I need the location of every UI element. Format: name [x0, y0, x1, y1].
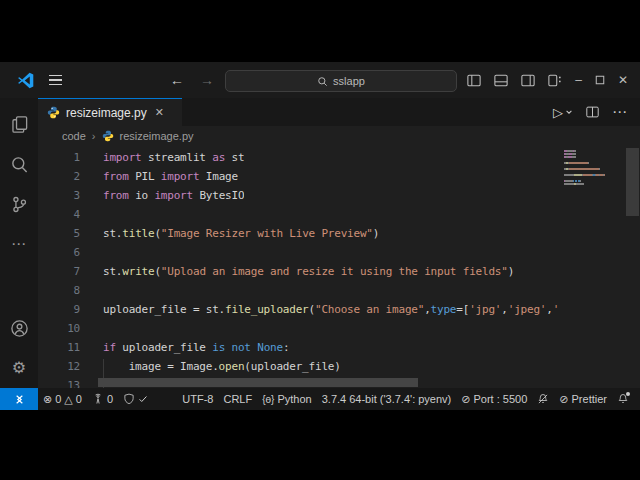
line-number: 12 [38, 357, 80, 376]
breadcrumb-file[interactable]: resizeimage.py [120, 130, 194, 142]
back-arrow-icon[interactable]: ← [170, 72, 184, 88]
status-bar-right: UTF-8 CRLF {ө} Python 3.7.4 64-bit ('3.7… [177, 388, 640, 410]
eol-label: CRLF [223, 393, 252, 405]
bell-slash-icon [537, 393, 549, 405]
notifications-status[interactable] [612, 388, 634, 410]
code-text: image = Image.open(uploader_file) [80, 357, 341, 376]
code-editor[interactable]: 1import streamlit as st2from PIL import … [38, 146, 640, 388]
warning-icon: △ [64, 393, 72, 406]
toggle-sidebar-icon[interactable] [467, 74, 481, 87]
shield-icon [123, 393, 135, 405]
remote-icon [13, 393, 26, 406]
code-line[interactable]: 4 [38, 205, 562, 224]
history-nav: ← → [170, 62, 214, 98]
code-line[interactable]: 10 [38, 319, 562, 338]
code-text: from io import BytesIO [80, 186, 244, 205]
chevron-right-icon: › [92, 130, 96, 142]
code-line[interactable]: 5st.title("Image Resizer with Live Previ… [38, 224, 562, 243]
error-icon: ⊗ [43, 393, 52, 406]
ports-status[interactable]: 0 [87, 388, 118, 410]
code-line[interactable]: 9uploader_file = st.file_uploader("Choos… [38, 300, 562, 319]
code-text: st.title("Image Resizer with Live Previe… [80, 224, 379, 243]
problems-status[interactable]: ⊗ 0 △ 0 [38, 388, 87, 410]
sidebar-item-search[interactable] [0, 144, 38, 184]
breadcrumb: code › resizeimage.py [38, 126, 640, 146]
encoding-status[interactable]: UTF-8 [177, 388, 218, 410]
notification-dot [626, 392, 630, 396]
minimize-icon[interactable]: – [575, 73, 582, 87]
tab-bar: resizeimage.py ✕ ▷ ⋯ [38, 98, 640, 126]
toggle-secondary-sidebar-icon[interactable] [521, 74, 535, 87]
editor-column: resizeimage.py ✕ ▷ ⋯ [38, 98, 640, 388]
workspace-trust-status[interactable] [118, 388, 153, 410]
interpreter-status[interactable]: 3.7.4 64-bit ('3.7.4': pyenv) [317, 388, 457, 410]
breadcrumb-folder[interactable]: code [62, 130, 86, 142]
sidebar-item-explorer[interactable] [0, 104, 38, 144]
line-number: 9 [38, 300, 80, 319]
menu-icon[interactable] [49, 75, 62, 86]
code-line[interactable]: 11if uploader_file is not None: [38, 338, 562, 357]
code-text [80, 243, 103, 262]
sidebar-item-source-control[interactable] [0, 184, 38, 224]
formatter-status[interactable]: ⊘ Prettier [554, 388, 612, 410]
code-line[interactable]: 6 [38, 243, 562, 262]
sidebar-item-more[interactable]: ⋯ [0, 224, 38, 264]
explorer-icon [10, 115, 29, 134]
more-icon: ⋯ [11, 235, 27, 253]
horizontal-scrollbar[interactable] [98, 378, 418, 387]
command-center-search[interactable]: sslapp [225, 70, 457, 92]
toggle-panel-icon[interactable] [494, 74, 508, 87]
code-line[interactable]: 2from PIL import Image [38, 167, 562, 186]
code-lines: 1import streamlit as st2from PIL import … [38, 148, 562, 388]
run-icon: ▷ [553, 105, 563, 120]
settings-button[interactable]: ⚙ [0, 348, 38, 388]
line-number: 8 [38, 281, 80, 300]
split-editor-icon[interactable] [586, 106, 599, 118]
run-button[interactable]: ▷ [553, 105, 573, 120]
python-icon [102, 130, 114, 142]
code-line[interactable]: 12 image = Image.open(uploader_file) [38, 357, 562, 376]
customize-layout-icon[interactable] [548, 74, 562, 87]
close-icon[interactable]: ✕ [618, 73, 628, 87]
tab-resizeimage[interactable]: resizeimage.py ✕ [38, 98, 182, 126]
line-number: 6 [38, 243, 80, 262]
radio-tower-icon [92, 393, 104, 405]
minimap-content[interactable] [564, 149, 620, 188]
encoding-label: UTF-8 [182, 393, 213, 405]
tab-close-icon[interactable]: ✕ [155, 106, 164, 119]
code-line[interactable]: 7st.write("Upload an image and resize it… [38, 262, 562, 281]
code-line[interactable]: 1import streamlit as st [38, 148, 562, 167]
vertical-scrollbar[interactable] [626, 148, 639, 216]
account-button[interactable] [0, 308, 38, 348]
forward-arrow-icon[interactable]: → [200, 72, 214, 88]
remote-indicator[interactable] [0, 388, 38, 410]
search-value: sslapp [333, 75, 365, 87]
run-dropdown-icon[interactable] [565, 108, 573, 116]
port-label: Port : 5500 [473, 393, 527, 405]
title-bar-left [0, 72, 62, 89]
activity-bar: ⋯ ⚙ [0, 98, 38, 388]
line-number: 4 [38, 205, 80, 224]
port-status[interactable]: ⊘ Port : 5500 [456, 388, 532, 410]
code-line[interactable]: 3from io import BytesIO [38, 186, 562, 205]
vscode-window: ← → sslapp – ✕ [0, 62, 640, 410]
language-status[interactable]: {ө} Python [257, 388, 317, 410]
editor-more-icon[interactable]: ⋯ [612, 103, 628, 121]
line-number: 3 [38, 186, 80, 205]
settings-gear-icon: ⚙ [12, 360, 26, 376]
code-text: if uploader_file is not None: [80, 338, 289, 357]
code-text [80, 205, 103, 224]
do-not-disturb-status[interactable] [532, 388, 554, 410]
search-sidebar-icon [10, 155, 29, 174]
code-line[interactable]: 8 [38, 281, 562, 300]
eol-status[interactable]: CRLF [218, 388, 257, 410]
editor-actions: ▷ ⋯ [182, 98, 640, 126]
notification-bell-icon [617, 393, 629, 405]
circle-slash-icon: ⊘ [461, 393, 470, 406]
code-text: from PIL import Image [80, 167, 238, 186]
main-area: ⋯ ⚙ resizeimage.py ✕ [0, 98, 640, 388]
line-number: 7 [38, 262, 80, 281]
title-bar-right: – ✕ [467, 73, 640, 87]
circle-slash-icon: ⊘ [559, 393, 568, 406]
restore-icon[interactable] [595, 75, 605, 85]
